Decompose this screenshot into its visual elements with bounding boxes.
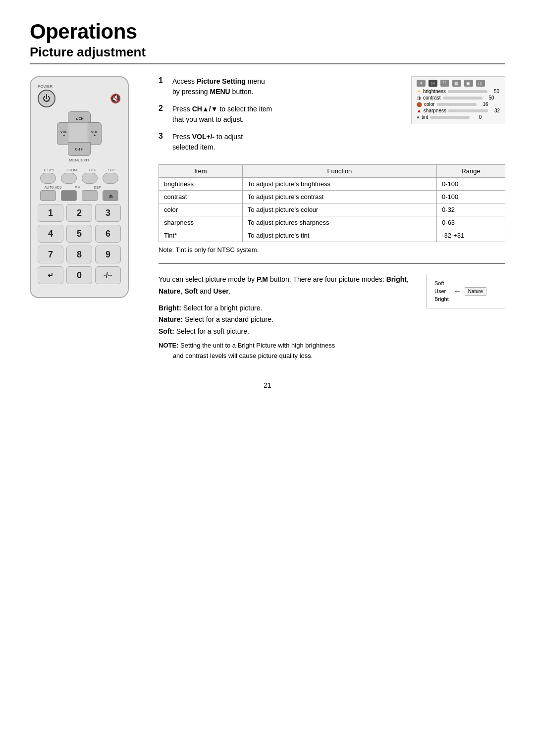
table-cell-function: To adjust picture's colour — [242, 203, 436, 216]
page-subtitle: Picture adjustment — [30, 45, 505, 60]
table-cell-item: brightness — [159, 178, 243, 191]
dpad: ▲ CH VOL − VOL + CH ▼ — [57, 111, 102, 156]
slp-button[interactable] — [103, 173, 118, 184]
menu-icon-grid2: ▦ — [452, 80, 461, 87]
table-cell-function: To adjust picture's tint — [242, 229, 436, 242]
pm-mode-bright: Bright — [434, 296, 449, 302]
csys-button[interactable] — [40, 173, 56, 184]
menu-color-row: ⬤ color 16 — [417, 101, 500, 107]
table-row: sharpness To adjust pictures sharpness 0… — [159, 216, 505, 229]
pm-nature-box: Nature — [465, 287, 486, 296]
dsp-button[interactable] — [82, 190, 98, 201]
table-cell-item: sharpness — [159, 216, 243, 229]
menu-icon-last: ◫ — [476, 80, 485, 87]
menu-tint-row: ● tint 0 — [417, 114, 500, 120]
picture-mode-section: You can select picture mode by P.M butto… — [159, 274, 505, 341]
menu-icon-box: ▣ — [464, 80, 473, 87]
step-3-text: Press VOL+/- to adjustselected item. — [172, 132, 243, 152]
steps-section: 1 Access Picture Setting menuby pressing… — [159, 76, 505, 159]
step-1: 1 Access Picture Setting menuby pressing… — [159, 76, 396, 97]
table-row: Tint* To adjust picture's tint -32-+31 — [159, 229, 505, 242]
table-header-range: Range — [437, 165, 505, 178]
picture-mode-text: You can select picture mode by P.M butto… — [159, 274, 416, 341]
num-6-button[interactable]: 6 — [95, 225, 121, 243]
table-cell-range: 0-32 — [437, 203, 505, 216]
menu-contrast-row: ◑ contrast 50 — [417, 95, 500, 101]
number-grid: 1 2 3 4 5 6 7 8 9 ↵ 0 -/-- — [38, 204, 121, 284]
table-header-function: Function — [242, 165, 436, 178]
button-labels-row1: C.SYSZOOMCLKSLP — [38, 168, 121, 172]
page-title: Operations — [30, 20, 505, 44]
dash-button[interactable]: -/-- — [95, 266, 121, 284]
picture-mode-diagram: Soft User Bright ← Nature — [426, 274, 505, 308]
menu-icon-sun: ☀ — [417, 80, 426, 87]
note2-text: NOTE: Setting the unit to a Bright Pictu… — [159, 341, 505, 361]
menu-sharpness-row: ▲ sharpness 32 — [417, 108, 500, 113]
power-button[interactable]: ⏻ — [38, 90, 55, 107]
table-cell-range: 0-100 — [437, 178, 505, 191]
table-cell-function: To adjust picture's brightness — [242, 178, 436, 191]
adjustment-table: Item Function Range brightness To adjust… — [159, 164, 505, 242]
section-divider — [159, 263, 505, 264]
table-cell-item: contrast — [159, 191, 243, 203]
exit-label: EXIT — [81, 158, 90, 162]
pm-arrow-icon: ← — [454, 287, 462, 296]
menu-label: MENU — [69, 158, 81, 162]
extra-button[interactable]: ⏏ — [103, 190, 118, 201]
ch-down-button[interactable]: CH ▼ — [68, 142, 91, 156]
clk-button[interactable] — [82, 173, 98, 184]
zoom-button[interactable] — [61, 173, 77, 184]
autoadj-button[interactable] — [40, 190, 56, 201]
step-2-text: Press CH▲/▼ to select the itemthat you w… — [172, 104, 272, 125]
page-number: 21 — [30, 381, 505, 389]
power-label: POWER — [38, 84, 121, 89]
return-button[interactable]: ↵ — [38, 266, 63, 284]
num-3-button[interactable]: 3 — [95, 204, 121, 222]
num-2-button[interactable]: 2 — [66, 204, 92, 222]
menu-preview-box: ☀ ◎ ⠿ ▦ ▣ ◫ ☀ brightness 50 ◑ contr — [411, 76, 505, 124]
table-cell-range: 0-100 — [437, 191, 505, 203]
pm-modes-list: Soft User Bright — [434, 280, 449, 302]
menu-preview-icons: ☀ ◎ ⠿ ▦ ▣ ◫ — [417, 80, 500, 87]
pm-mode-user: User — [434, 288, 449, 294]
step-2-number: 2 — [159, 104, 167, 113]
remote-control-image: POWER ⏻ 🔇 ▲ CH VOL − — [30, 76, 139, 298]
num-5-button[interactable]: 5 — [66, 225, 92, 243]
table-row: color To adjust picture's colour 0-32 — [159, 203, 505, 216]
num-8-button[interactable]: 8 — [66, 246, 92, 263]
button-row1 — [38, 173, 121, 184]
pm-button[interactable] — [61, 190, 77, 201]
table-row: contrast To adjust picture's contrast 0-… — [159, 191, 505, 203]
menu-icon-grid1: ⠿ — [440, 80, 449, 87]
num-1-button[interactable]: 1 — [38, 204, 63, 222]
num-4-button[interactable]: 4 — [38, 225, 63, 243]
step-1-text: Access Picture Setting menuby pressing M… — [172, 76, 265, 97]
menu-icon-active: ◎ — [428, 80, 437, 87]
button-labels-row2: AUTO.ADJP.MDSP — [38, 186, 121, 189]
num-0-button[interactable]: 0 — [66, 266, 92, 284]
pm-arrow-row: ← Nature — [454, 287, 486, 296]
mute-icon: 🔇 — [110, 93, 121, 104]
step-3: 3 Press VOL+/- to adjustselected item. — [159, 132, 396, 152]
step-1-number: 1 — [159, 76, 167, 85]
table-cell-item: color — [159, 203, 243, 216]
table-cell-item: Tint* — [159, 229, 243, 242]
menu-brightness-row: ☀ brightness 50 — [417, 89, 500, 94]
table-cell-function: To adjust pictures sharpness — [242, 216, 436, 229]
title-divider — [30, 63, 505, 64]
table-row: brightness To adjust picture's brightnes… — [159, 178, 505, 191]
num-7-button[interactable]: 7 — [38, 246, 63, 263]
step-2: 2 Press CH▲/▼ to select the itemthat you… — [159, 104, 396, 125]
pm-mode-soft: Soft — [434, 280, 449, 286]
table-cell-function: To adjust picture's contrast — [242, 191, 436, 203]
step-3-number: 3 — [159, 132, 167, 141]
table-cell-range: 0-63 — [437, 216, 505, 229]
table-header-item: Item — [159, 165, 243, 178]
table-cell-range: -32-+31 — [437, 229, 505, 242]
tint-note: Note: Tint is only for NTSC system. — [159, 246, 505, 253]
content-area: 1 Access Picture Setting menuby pressing… — [159, 76, 505, 361]
button-row2: ⏏ — [38, 190, 121, 201]
num-9-button[interactable]: 9 — [95, 246, 121, 263]
